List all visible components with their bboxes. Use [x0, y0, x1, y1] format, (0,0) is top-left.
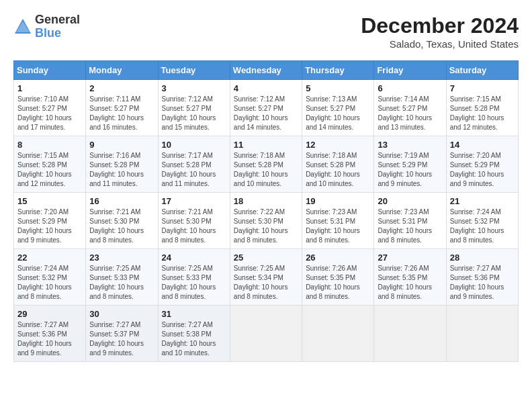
table-row: 8Sunrise: 7:15 AMSunset: 5:28 PMDaylight… [14, 136, 86, 193]
logo-icon [13, 17, 32, 36]
logo-line2: Blue [35, 27, 80, 40]
day-info: Sunrise: 7:23 AMSunset: 5:31 PMDaylight:… [306, 208, 370, 245]
day-number: 3 [162, 83, 226, 93]
col-monday: Monday [86, 61, 158, 80]
logo-text: General Blue [35, 13, 80, 40]
day-number: 21 [450, 196, 515, 206]
day-number: 28 [450, 253, 515, 263]
day-info: Sunrise: 7:23 AMSunset: 5:31 PMDaylight:… [378, 208, 442, 245]
day-info: Sunrise: 7:24 AMSunset: 5:32 PMDaylight:… [450, 208, 515, 245]
logo-line1: General [35, 13, 80, 27]
day-info: Sunrise: 7:25 AMSunset: 5:33 PMDaylight:… [89, 264, 154, 302]
day-number: 15 [17, 196, 82, 206]
day-info: Sunrise: 7:27 AMSunset: 5:36 PMDaylight:… [17, 320, 82, 358]
day-number: 31 [162, 309, 226, 319]
table-row: 28Sunrise: 7:27 AMSunset: 5:36 PMDayligh… [446, 249, 518, 306]
day-info: Sunrise: 7:24 AMSunset: 5:32 PMDaylight:… [17, 264, 82, 302]
table-row: 13Sunrise: 7:19 AMSunset: 5:29 PMDayligh… [374, 136, 446, 193]
table-row: 29Sunrise: 7:27 AMSunset: 5:36 PMDayligh… [14, 306, 86, 362]
day-info: Sunrise: 7:13 AMSunset: 5:27 PMDaylight:… [306, 95, 370, 132]
day-number: 20 [378, 196, 442, 206]
table-row: 6Sunrise: 7:14 AMSunset: 5:27 PMDaylight… [374, 80, 446, 136]
day-number: 29 [17, 309, 82, 319]
table-row: 22Sunrise: 7:24 AMSunset: 5:32 PMDayligh… [14, 249, 86, 306]
day-number: 11 [234, 140, 298, 150]
day-info: Sunrise: 7:15 AMSunset: 5:28 PMDaylight:… [450, 95, 515, 132]
table-row: 31Sunrise: 7:27 AMSunset: 5:38 PMDayligh… [158, 306, 230, 362]
page-title: December 2024 [361, 13, 519, 38]
day-number: 13 [378, 140, 442, 150]
page-header: General Blue December 2024 Salado, Texas… [13, 13, 519, 50]
day-info: Sunrise: 7:25 AMSunset: 5:34 PMDaylight:… [234, 264, 298, 302]
day-info: Sunrise: 7:27 AMSunset: 5:37 PMDaylight:… [89, 320, 154, 358]
table-row: 4Sunrise: 7:12 AMSunset: 5:27 PMDaylight… [230, 80, 302, 136]
table-row: 14Sunrise: 7:20 AMSunset: 5:29 PMDayligh… [446, 136, 518, 193]
col-saturday: Saturday [446, 61, 518, 80]
table-row [230, 306, 302, 362]
day-number: 25 [234, 253, 298, 263]
table-row: 24Sunrise: 7:25 AMSunset: 5:33 PMDayligh… [158, 249, 230, 306]
day-number: 23 [89, 253, 154, 263]
col-wednesday: Wednesday [230, 61, 302, 80]
table-row: 12Sunrise: 7:18 AMSunset: 5:28 PMDayligh… [302, 136, 374, 193]
table-row: 10Sunrise: 7:17 AMSunset: 5:28 PMDayligh… [158, 136, 230, 193]
day-number: 5 [306, 83, 370, 93]
day-info: Sunrise: 7:26 AMSunset: 5:35 PMDaylight:… [306, 264, 370, 302]
day-number: 14 [450, 140, 515, 150]
table-row: 1Sunrise: 7:10 AMSunset: 5:27 PMDaylight… [14, 80, 86, 136]
table-row: 30Sunrise: 7:27 AMSunset: 5:37 PMDayligh… [86, 306, 158, 362]
day-number: 16 [89, 196, 154, 206]
day-number: 4 [234, 83, 298, 93]
col-friday: Friday [374, 61, 446, 80]
table-row: 2Sunrise: 7:11 AMSunset: 5:27 PMDaylight… [86, 80, 158, 136]
table-row: 17Sunrise: 7:21 AMSunset: 5:30 PMDayligh… [158, 193, 230, 249]
table-row: 21Sunrise: 7:24 AMSunset: 5:32 PMDayligh… [446, 193, 518, 249]
day-info: Sunrise: 7:18 AMSunset: 5:28 PMDaylight:… [306, 151, 370, 189]
day-info: Sunrise: 7:25 AMSunset: 5:33 PMDaylight:… [162, 264, 226, 302]
day-info: Sunrise: 7:19 AMSunset: 5:29 PMDaylight:… [378, 151, 442, 189]
table-row [302, 306, 374, 362]
day-info: Sunrise: 7:21 AMSunset: 5:30 PMDaylight:… [162, 208, 226, 245]
day-number: 19 [306, 196, 370, 206]
day-number: 7 [450, 83, 515, 93]
day-info: Sunrise: 7:21 AMSunset: 5:30 PMDaylight:… [89, 208, 154, 245]
day-number: 30 [89, 309, 154, 319]
day-info: Sunrise: 7:26 AMSunset: 5:35 PMDaylight:… [378, 264, 442, 302]
table-row: 27Sunrise: 7:26 AMSunset: 5:35 PMDayligh… [374, 249, 446, 306]
table-row: 18Sunrise: 7:22 AMSunset: 5:30 PMDayligh… [230, 193, 302, 249]
day-number: 26 [306, 253, 370, 263]
day-info: Sunrise: 7:11 AMSunset: 5:27 PMDaylight:… [89, 95, 154, 132]
table-row: 3Sunrise: 7:12 AMSunset: 5:27 PMDaylight… [158, 80, 230, 136]
page-subtitle: Salado, Texas, United States [361, 38, 519, 50]
day-info: Sunrise: 7:18 AMSunset: 5:28 PMDaylight:… [234, 151, 298, 189]
day-info: Sunrise: 7:27 AMSunset: 5:38 PMDaylight:… [162, 320, 226, 358]
day-info: Sunrise: 7:20 AMSunset: 5:29 PMDaylight:… [450, 151, 515, 189]
table-row: 20Sunrise: 7:23 AMSunset: 5:31 PMDayligh… [374, 193, 446, 249]
day-number: 18 [234, 196, 298, 206]
day-number: 9 [89, 140, 154, 150]
table-row: 11Sunrise: 7:18 AMSunset: 5:28 PMDayligh… [230, 136, 302, 193]
day-number: 8 [17, 140, 82, 150]
table-row: 9Sunrise: 7:16 AMSunset: 5:28 PMDaylight… [86, 136, 158, 193]
day-info: Sunrise: 7:12 AMSunset: 5:27 PMDaylight:… [234, 95, 298, 132]
day-number: 2 [89, 83, 154, 93]
day-number: 12 [306, 140, 370, 150]
svg-marker-1 [16, 21, 30, 32]
day-number: 6 [378, 83, 442, 93]
table-row: 25Sunrise: 7:25 AMSunset: 5:34 PMDayligh… [230, 249, 302, 306]
table-row: 15Sunrise: 7:20 AMSunset: 5:29 PMDayligh… [14, 193, 86, 249]
table-row: 23Sunrise: 7:25 AMSunset: 5:33 PMDayligh… [86, 249, 158, 306]
day-info: Sunrise: 7:17 AMSunset: 5:28 PMDaylight:… [162, 151, 226, 189]
table-row [446, 306, 518, 362]
day-info: Sunrise: 7:15 AMSunset: 5:28 PMDaylight:… [17, 151, 82, 189]
day-number: 22 [17, 253, 82, 263]
calendar-header-row: Sunday Monday Tuesday Wednesday Thursday… [14, 61, 519, 80]
day-number: 17 [162, 196, 226, 206]
day-number: 24 [162, 253, 226, 263]
day-info: Sunrise: 7:10 AMSunset: 5:27 PMDaylight:… [17, 95, 82, 132]
logo: General Blue [13, 13, 80, 40]
day-info: Sunrise: 7:16 AMSunset: 5:28 PMDaylight:… [89, 151, 154, 189]
day-number: 1 [17, 83, 82, 93]
day-info: Sunrise: 7:12 AMSunset: 5:27 PMDaylight:… [162, 95, 226, 132]
day-info: Sunrise: 7:27 AMSunset: 5:36 PMDaylight:… [450, 264, 515, 302]
